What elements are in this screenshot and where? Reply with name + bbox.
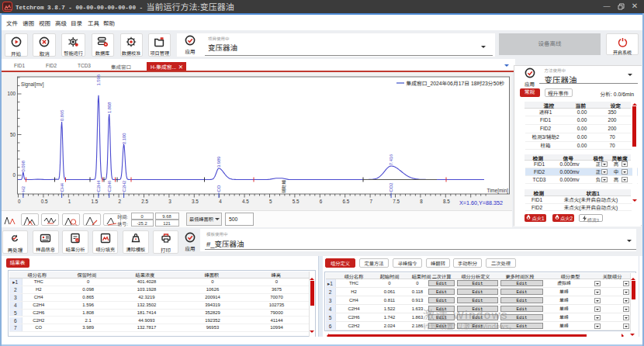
svg-text:CH4: CH4 [60, 182, 64, 192]
svg-text:X=1.60,Y=88.352: X=1.60,Y=88.352 [459, 199, 503, 206]
svg-text:8.5: 8.5 [443, 198, 450, 203]
svg-text:0.098: 0.098 [21, 160, 26, 171]
svg-text:2: 2 [119, 198, 122, 203]
svg-text:4.5: 4.5 [242, 198, 249, 203]
svg-text:0.5: 0.5 [41, 198, 48, 203]
svg-text:0: 0 [18, 198, 21, 203]
svg-text:C2H4: C2H4 [96, 179, 101, 192]
svg-text:CO: CO [216, 185, 221, 192]
svg-text:7.416: 7.416 [389, 154, 393, 165]
svg-text:5: 5 [269, 198, 272, 203]
svg-text:C2H2: C2H2 [122, 180, 126, 192]
svg-text:1.5: 1.5 [92, 198, 99, 203]
svg-text:7.5: 7.5 [393, 198, 400, 203]
svg-text:Signal[mv]: Signal[mv] [21, 81, 44, 87]
svg-text:7: 7 [370, 198, 373, 203]
svg-text:1: 1 [68, 198, 71, 203]
svg-text:4: 4 [219, 198, 222, 203]
svg-text:CO2: CO2 [389, 182, 393, 192]
svg-text:0: 0 [12, 172, 16, 178]
svg-text:6: 6 [320, 198, 323, 203]
svg-text:0.865: 0.865 [60, 109, 64, 121]
svg-text:集成窗口_2024年06月17日 18时23分50秒: 集成窗口_2024年06月17日 18时23分50秒 [406, 80, 504, 86]
svg-text:3: 3 [168, 198, 171, 203]
svg-text:1.596: 1.596 [96, 74, 101, 85]
svg-text:C2H6: C2H6 [107, 180, 112, 192]
svg-text:100: 100 [7, 91, 16, 96]
svg-text:辅助峰: 辅助峰 [280, 179, 287, 193]
svg-text:2.5: 2.5 [141, 198, 148, 203]
svg-text:50: 50 [10, 131, 16, 137]
svg-text:6.5: 6.5 [343, 198, 350, 203]
svg-text:1.808: 1.808 [107, 102, 112, 113]
svg-text:5.5: 5.5 [293, 198, 299, 203]
svg-text:Time[min]: Time[min] [487, 188, 509, 194]
svg-text:3.5: 3.5 [192, 198, 199, 203]
svg-text:H2: H2 [21, 186, 26, 192]
svg-text:2.100: 2.100 [122, 133, 126, 144]
svg-text:8: 8 [420, 198, 423, 203]
svg-text:3.989: 3.989 [216, 156, 221, 168]
